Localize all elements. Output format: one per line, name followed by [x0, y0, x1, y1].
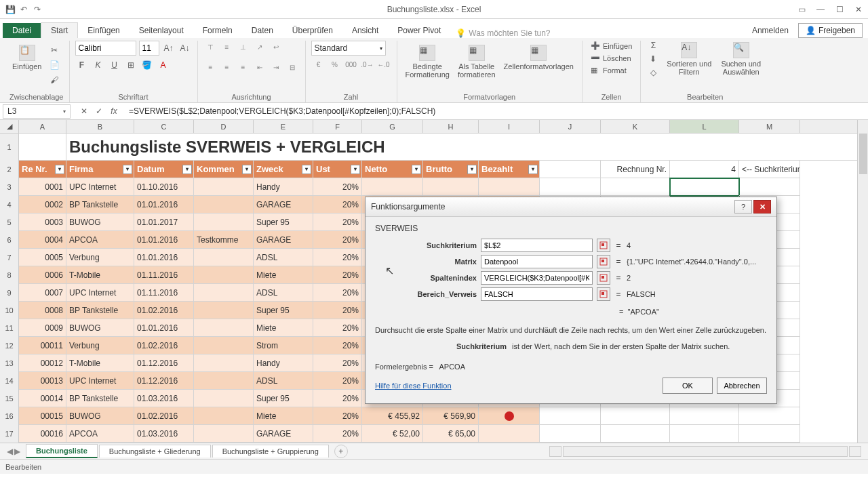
save-icon[interactable]: 💾	[4, 3, 16, 16]
table-cell[interactable]: BUWOG	[66, 319, 134, 337]
range-picker-icon[interactable]	[597, 239, 610, 252]
tab-formulas[interactable]: Formeln	[193, 23, 242, 38]
table-cell[interactable]: 01.01.2016	[134, 249, 194, 266]
sheet-tab[interactable]: Buchungsliste	[26, 444, 98, 458]
range-picker-icon[interactable]	[597, 271, 610, 285]
table-cell[interactable]: BUWOG	[66, 214, 134, 231]
wrap-text-icon[interactable]: ↩	[269, 41, 283, 53]
table-cell[interactable]: 0003	[19, 214, 66, 231]
col-header[interactable]: A	[19, 120, 66, 133]
vertical-scrollbar[interactable]	[857, 120, 868, 443]
table-cell[interactable]: GARAGE	[254, 231, 313, 249]
table-cell[interactable]: 0009	[19, 319, 66, 337]
col-header[interactable]: G	[362, 120, 423, 133]
clear-icon[interactable]: ◇	[646, 68, 660, 80]
filter-icon[interactable]: ▾	[351, 165, 360, 174]
increase-decimal-icon[interactable]: .0→	[360, 58, 375, 70]
table-cell[interactable]	[194, 249, 254, 266]
table-cell[interactable]: ADSL	[254, 284, 313, 302]
font-size-input[interactable]	[139, 41, 159, 56]
format-cells-button[interactable]: ▦Format	[588, 65, 635, 76]
tab-view[interactable]: Ansicht	[342, 23, 388, 38]
table-cell[interactable]: 20%	[313, 302, 362, 319]
table-cell[interactable]: € 65,00	[423, 425, 479, 443]
filter-icon[interactable]: ▾	[412, 165, 421, 174]
table-cell[interactable]: 00014	[19, 390, 66, 407]
table-cell[interactable]: 01.11.2016	[134, 284, 194, 302]
table-cell[interactable]	[479, 425, 540, 443]
table-cell[interactable]: 00011	[19, 337, 66, 354]
table-cell[interactable]: 20%	[313, 231, 362, 249]
dialog-help-icon[interactable]: ?	[734, 200, 752, 214]
col-header[interactable]: J	[540, 120, 601, 133]
table-cell[interactable]	[194, 302, 254, 319]
minimize-icon[interactable]: —	[811, 0, 830, 19]
table-cell[interactable]: UPC Internet	[66, 178, 134, 196]
table-cell[interactable]	[479, 407, 540, 425]
fx-icon[interactable]: fx	[107, 106, 121, 116]
fill-color-icon[interactable]: 🪣	[140, 58, 154, 72]
table-cell[interactable]: 20%	[313, 425, 362, 443]
table-cell[interactable]: 0005	[19, 249, 66, 266]
table-cell[interactable]: APCOA	[66, 231, 134, 249]
maximize-icon[interactable]: ☐	[830, 0, 849, 19]
filter-icon[interactable]: ▾	[302, 165, 311, 174]
font-name-input[interactable]	[75, 41, 136, 56]
arg-input[interactable]	[481, 255, 593, 268]
table-cell[interactable]: Super 95	[254, 302, 313, 319]
table-cell[interactable]	[362, 178, 423, 196]
underline-icon[interactable]: U	[108, 58, 121, 72]
find-select-button[interactable]: 🔍Suchen und Auswählen	[718, 41, 764, 80]
arg-input[interactable]	[481, 271, 593, 285]
table-header[interactable]: Ust▾	[313, 161, 362, 178]
ok-button[interactable]: OK	[663, 378, 713, 394]
table-cell[interactable]	[194, 390, 254, 407]
arg-input[interactable]	[481, 239, 593, 252]
sheet-tab[interactable]: Buchungsliste + Gruppierung	[212, 445, 329, 458]
table-cell[interactable]: Super 95	[254, 214, 313, 231]
table-cell[interactable]: T-Mobile	[66, 354, 134, 372]
table-cell[interactable]: UPC Internet	[66, 372, 134, 390]
undo-icon[interactable]: ↶	[18, 3, 30, 16]
filter-icon[interactable]: ▾	[242, 165, 252, 174]
shrink-font-icon[interactable]: A↓	[178, 41, 192, 55]
tab-review[interactable]: Überprüfen	[283, 23, 342, 38]
table-header[interactable]: Firma▾	[66, 161, 134, 178]
hscroll-right[interactable]	[849, 446, 861, 457]
bold-icon[interactable]: F	[75, 58, 89, 72]
signin-link[interactable]: Anmelden	[745, 23, 795, 38]
insert-cells-button[interactable]: ➕Einfügen	[588, 41, 635, 52]
table-cell[interactable]: € 569,90	[423, 407, 479, 425]
table-cell[interactable]: GARAGE	[254, 425, 313, 443]
filter-icon[interactable]: ▾	[123, 165, 132, 174]
select-all-corner[interactable]: ◢	[0, 120, 19, 133]
conditional-formatting-button[interactable]: ▦Bedingte Formatierung	[403, 43, 452, 80]
enter-formula-icon[interactable]: ✓	[92, 106, 106, 116]
table-cell[interactable]	[194, 284, 254, 302]
table-cell[interactable]	[194, 178, 254, 196]
table-cell[interactable]: 20%	[313, 178, 362, 196]
arg-input[interactable]	[481, 287, 593, 301]
tab-insert[interactable]: Einfügen	[78, 23, 129, 38]
table-cell[interactable]: 00015	[19, 407, 66, 425]
table-cell[interactable]: BUWOG	[66, 407, 134, 425]
table-cell[interactable]: Verbung	[66, 337, 134, 354]
new-sheet-icon[interactable]: +	[334, 445, 348, 458]
orientation-icon[interactable]: ↗	[252, 41, 267, 53]
table-cell[interactable]: 00013	[19, 372, 66, 390]
filter-icon[interactable]: ▾	[528, 165, 538, 174]
table-cell[interactable]: Miete	[254, 266, 313, 284]
table-cell[interactable]: BP Tankstelle	[66, 196, 134, 214]
table-cell[interactable]	[194, 196, 254, 214]
range-picker-icon[interactable]	[597, 287, 610, 301]
align-bottom-icon[interactable]: ⊥	[236, 41, 251, 53]
table-cell[interactable]	[194, 407, 254, 425]
table-header[interactable]: Bezahlt▾	[479, 161, 540, 178]
italic-icon[interactable]: K	[92, 58, 105, 72]
border-icon[interactable]: ⊞	[124, 58, 138, 72]
col-header[interactable]: B	[66, 120, 134, 133]
align-left-icon[interactable]: ≡	[203, 61, 218, 73]
formula-input[interactable]: =SVERWEIS($L$2;Datenpool;VERGLEICH($K3;D…	[125, 106, 868, 116]
table-cell[interactable]	[423, 178, 479, 196]
table-cell[interactable]: Verbung	[66, 249, 134, 266]
